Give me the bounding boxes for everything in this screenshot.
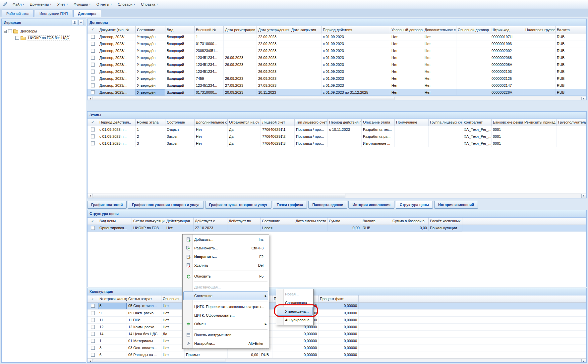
detail-tab[interactable]: Паспорта сделки xyxy=(308,201,347,209)
row-checkbox[interactable] xyxy=(91,70,95,74)
column-header[interactable]: Отражается на су xyxy=(228,119,261,126)
table-row[interactable]: Договор, 2023/...УтверждёнВходящий745926… xyxy=(88,75,586,82)
column-header[interactable]: Контрагент xyxy=(462,119,492,126)
tree-node-checkbox[interactable] xyxy=(8,29,12,33)
main-tab[interactable]: Инструкции ПУП xyxy=(35,10,72,17)
column-header[interactable]: Дата смены состо xyxy=(294,218,327,225)
column-header[interactable]: Действует с xyxy=(194,218,227,225)
menu-item[interactable]: Обмен▶ xyxy=(183,320,268,328)
column-header[interactable]: Дата закрытия xyxy=(290,26,322,33)
column-header[interactable]: Сумма xyxy=(327,218,361,225)
menu-item[interactable]: Добавить...Ins xyxy=(183,235,268,244)
column-header[interactable]: Состояние xyxy=(261,218,294,225)
column-header[interactable]: Схема калькуляци xyxy=(132,218,165,225)
column-header[interactable]: Сумма в базовой в xyxy=(391,218,429,225)
table-row[interactable]: Договор, 2023/...УтверждёнВходящий123451… xyxy=(88,61,586,68)
table-row[interactable]: 909 Накл. расхо...Нет0,000000,00000 xyxy=(88,310,586,317)
column-header[interactable]: Основной договор xyxy=(456,26,490,33)
column-header[interactable]: Действует по xyxy=(227,218,261,225)
table-row[interactable]: Договор, 2023/...УтверждёнВходящий122.09… xyxy=(88,33,586,40)
column-header[interactable]: Грузополучатель xyxy=(557,119,586,126)
check-column-header[interactable]: ✓ xyxy=(88,295,98,302)
column-header[interactable]: Тип лицевого счёт xyxy=(295,119,328,126)
column-header[interactable]: Вид цены xyxy=(98,218,132,225)
scroll-right-icon[interactable]: ▶ xyxy=(581,194,586,198)
tree-node[interactable]: НИОКР по ГОЗ без НДС xyxy=(2,34,86,41)
menubar-item[interactable]: Словари▾ xyxy=(115,0,138,9)
check-column-header[interactable]: ✓ xyxy=(88,218,98,225)
detail-tab[interactable]: График платежей xyxy=(87,201,127,209)
column-header[interactable]: Номер этапа xyxy=(136,119,165,126)
row-checkbox[interactable] xyxy=(91,63,95,67)
column-header[interactable]: Дополнительное с xyxy=(423,26,456,33)
menu-item[interactable]: Исправить...F2 xyxy=(183,252,268,261)
contracts-hscrollbar[interactable]: ◀ ▶ xyxy=(88,96,586,100)
menubar-item[interactable]: Функции▾ xyxy=(71,0,93,9)
row-checkbox[interactable] xyxy=(91,134,95,138)
row-checkbox[interactable] xyxy=(91,325,95,329)
column-header[interactable]: Основная xyxy=(161,295,185,302)
column-header[interactable]: Состояние xyxy=(136,26,165,33)
row-checkbox[interactable] xyxy=(91,226,95,230)
column-header[interactable]: Дополнительное с xyxy=(195,119,228,126)
table-row[interactable]: 1212 Комм. расхо...Нет0,000000,00000 xyxy=(88,324,586,331)
column-header[interactable]: Внешний № xyxy=(195,26,224,33)
stages-hscrollbar[interactable]: ◀ ▶ xyxy=(88,193,586,198)
column-header[interactable]: Валюта xyxy=(361,218,391,225)
row-checkbox[interactable] xyxy=(91,83,95,87)
scroll-left-icon[interactable]: ◀ xyxy=(88,194,92,198)
column-header[interactable]: Вид xyxy=(165,26,195,33)
column-header[interactable]: Налоговая группа xyxy=(524,26,556,33)
column-header[interactable]: Состояние xyxy=(165,119,195,126)
table-row[interactable]: Договор, 2023/...УтверждёнВходящий017310… xyxy=(88,40,586,47)
tree-node-label[interactable]: НИОКР по ГОЗ без НДС xyxy=(27,35,70,40)
scrollbar-thumb[interactable] xyxy=(93,194,345,198)
column-header[interactable]: Период действия xyxy=(322,26,390,33)
column-header[interactable]: Процент факт xyxy=(319,295,359,302)
scroll-left-icon[interactable]: ◀ xyxy=(88,359,92,363)
menu-item[interactable]: Панель инструментов xyxy=(183,331,268,339)
main-tab[interactable]: Договоры xyxy=(73,10,101,17)
row-checkbox[interactable] xyxy=(91,77,95,80)
menu-item[interactable]: Аннулирована... xyxy=(277,316,313,324)
detail-tab[interactable]: График отпуска товаров и услуг xyxy=(205,201,271,209)
scroll-left-icon[interactable]: ◀ xyxy=(88,97,92,100)
row-checkbox[interactable] xyxy=(91,42,95,46)
tree-node-label[interactable]: Договоры xyxy=(20,29,38,33)
column-header[interactable]: Дата регистрации xyxy=(224,26,257,33)
scroll-right-icon[interactable]: ▶ xyxy=(581,97,586,100)
scroll-right-icon[interactable]: ▶ xyxy=(581,359,586,363)
scrollbar-thumb[interactable] xyxy=(93,97,394,100)
table-row[interactable]: Договор, 2023/...УтверждёнВходящий017310… xyxy=(88,89,586,96)
table-row[interactable]: 1111 ПКИНет0,000000,00000 xyxy=(88,317,586,324)
column-header[interactable]: Примечание xyxy=(395,119,429,126)
menu-item[interactable]: Утверждена... xyxy=(277,307,313,316)
scrollbar-thumb[interactable] xyxy=(93,359,225,363)
table-row[interactable]: 1414 Цена без НДСДа0,000000,00000 xyxy=(88,331,586,338)
menu-item[interactable]: ЦИТК. Пересчитать косвенные затраты... xyxy=(183,302,268,311)
column-header[interactable]: Период действия.. xyxy=(98,119,136,126)
row-checkbox[interactable] xyxy=(91,56,95,60)
table-row[interactable]: Ориентировоч...НИОКР по ГОЗ ...Нет27.10.… xyxy=(88,225,586,232)
detail-tab[interactable]: Точки графика xyxy=(273,201,307,209)
row-checkbox[interactable] xyxy=(91,90,95,94)
row-checkbox[interactable] xyxy=(91,318,95,322)
column-header[interactable]: Условный договор xyxy=(390,26,423,33)
column-header[interactable]: Группа лицевых сч xyxy=(429,119,462,126)
table-row[interactable]: Договор, 2023/...УтверждёнВходящий230823… xyxy=(88,47,586,54)
table-row[interactable]: 101 МатериалыНет0,000000,00000 xyxy=(88,338,586,344)
row-checkbox[interactable] xyxy=(91,339,95,343)
table-row[interactable]: 303 Осн. оплата...НетПрямые0,00RUB0,0000… xyxy=(88,344,586,351)
table-row[interactable]: с 01.09.2023 п...2ЗакрытНетДа7706406291\… xyxy=(88,133,586,140)
column-header[interactable]: Расчёт косвенных xyxy=(429,218,462,225)
column-header[interactable]: Период действия п xyxy=(328,119,362,126)
menubar-item[interactable]: Файл▾ xyxy=(10,0,27,9)
column-header[interactable]: Валюта xyxy=(556,26,586,33)
column-header[interactable]: Дата утверждения xyxy=(257,26,290,33)
menu-item[interactable]: Настройки...Alt+Enter xyxy=(183,339,268,348)
tree-node-checkbox[interactable] xyxy=(15,36,19,40)
row-checkbox[interactable] xyxy=(91,346,95,350)
column-header[interactable]: Документ (тип, № xyxy=(98,26,136,33)
column-header[interactable]: Реквизиты принад xyxy=(523,119,557,126)
detail-tab[interactable]: История изменений xyxy=(434,201,478,209)
